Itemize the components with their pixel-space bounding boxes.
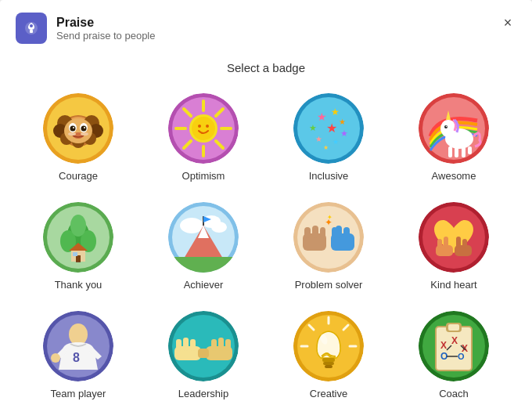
badge-creative[interactable]: Creative [266,305,391,406]
svg-rect-80 [168,257,239,273]
badge-leadership-icon [168,311,239,381]
badges-grid: Courage Optimism ★ ★ ★ ★ ★ ★ ★ ★ ★ Inclu… [0,87,532,406]
svg-rect-113 [211,339,217,351]
badge-teamplayer-label: Team player [51,388,106,399]
svg-rect-100 [462,239,467,248]
badge-inclusive-icon: ★ ★ ★ ★ ★ ★ ★ ★ ★ [293,93,364,164]
svg-text:★: ★ [340,128,348,138]
svg-text:★: ★ [331,107,340,117]
svg-rect-90 [332,227,337,238]
svg-text:✦: ✦ [327,214,332,221]
dialog-header: Praise Send praise to people [0,0,532,53]
svg-rect-88 [343,227,350,238]
badge-problemsolver-icon: ✦ ✦ [293,202,364,273]
badge-achiever-label: Achiever [184,279,224,291]
svg-rect-86 [320,227,325,238]
badge-achiever-icon [168,202,239,273]
badge-creative-icon [293,311,364,381]
svg-point-22 [68,132,76,136]
svg-text:X: X [440,340,447,351]
svg-rect-54 [448,146,452,157]
svg-rect-124 [322,358,335,362]
badge-problemsolver-label: Problem solver [295,279,363,291]
header-text: Praise Send praise to people [56,16,155,42]
svg-point-18 [81,126,87,132]
badge-coach[interactable]: X X X O O Coach [391,305,516,406]
svg-point-73 [180,218,203,233]
svg-point-36 [198,125,201,128]
svg-rect-116 [198,349,209,358]
badge-optimism-icon [168,93,239,164]
badge-teamplayer-icon: 8 [43,311,113,381]
badge-awesome-label: Awesome [432,170,476,182]
svg-text:★: ★ [323,144,329,151]
svg-rect-70 [73,252,77,256]
svg-text:★: ★ [339,117,346,126]
dialog-subtitle: Send praise to people [56,30,155,42]
close-button[interactable]: × [496,11,519,34]
badge-optimism[interactable]: Optimism [141,87,266,188]
badge-problemsolver[interactable]: ✦ ✦ Problem solver [266,196,391,297]
svg-rect-126 [325,365,332,368]
badge-kindheart[interactable]: Kind heart [391,196,516,297]
badge-creative-label: Creative [310,388,347,399]
svg-rect-109 [176,339,182,351]
svg-rect-69 [76,255,81,262]
svg-text:★: ★ [315,135,322,143]
svg-point-23 [81,132,88,136]
badge-courage[interactable]: Courage [16,87,141,188]
badge-kindheart-icon [419,202,489,273]
badge-coach-icon: X X X O O [419,311,489,381]
svg-point-37 [206,125,209,128]
svg-point-19 [73,127,74,128]
svg-rect-115 [225,339,231,351]
svg-rect-85 [312,226,318,238]
select-badge-label: Select a badge [0,61,532,74]
svg-rect-1 [30,30,33,33]
svg-point-105 [51,353,60,363]
praise-icon [16,13,47,44]
badge-inclusive[interactable]: ★ ★ ★ ★ ★ ★ ★ ★ ★ Inclusive [266,87,391,188]
svg-point-66 [70,215,86,237]
svg-text:X: X [451,335,458,346]
badge-coach-label: Coach [439,388,469,399]
badge-achiever[interactable]: Achiever [141,196,266,297]
svg-point-17 [70,126,76,132]
svg-text:★: ★ [326,121,337,135]
svg-text:8: 8 [73,351,80,364]
badge-thankyou[interactable]: Thank you [16,196,141,297]
badge-awesome-icon [419,93,489,164]
badge-teamplayer[interactable]: 8 Team player [16,305,141,406]
svg-point-75 [211,222,227,233]
svg-rect-125 [323,362,334,365]
badge-awesome[interactable]: Awesome [391,87,516,188]
svg-rect-111 [190,339,196,351]
praise-dialog: Praise Send praise to people × Select a … [0,0,532,412]
svg-text:O: O [458,352,465,361]
dialog-title: Praise [56,16,155,30]
badge-courage-label: Courage [59,170,98,182]
svg-point-59 [446,126,448,128]
badge-thankyou-icon [43,202,113,273]
svg-rect-132 [448,324,459,331]
badge-leadership[interactable]: Leadership [141,305,266,406]
svg-rect-97 [437,239,442,248]
svg-text:O: O [440,351,448,362]
badge-thankyou-label: Thank you [55,279,102,291]
svg-text:★: ★ [309,123,317,132]
svg-rect-99 [456,237,461,248]
badge-kindheart-label: Kind heart [430,279,476,291]
svg-text:★: ★ [332,138,339,146]
svg-rect-110 [183,338,189,351]
svg-point-103 [69,323,88,345]
svg-rect-114 [218,338,224,351]
svg-rect-55 [462,146,466,157]
svg-rect-98 [444,237,448,248]
svg-point-20 [84,127,85,128]
svg-rect-84 [304,227,311,238]
badge-optimism-label: Optimism [182,170,225,182]
badge-courage-icon [43,93,113,164]
svg-point-2 [30,24,33,27]
badge-leadership-label: Leadership [178,388,228,399]
svg-point-14 [64,118,92,143]
